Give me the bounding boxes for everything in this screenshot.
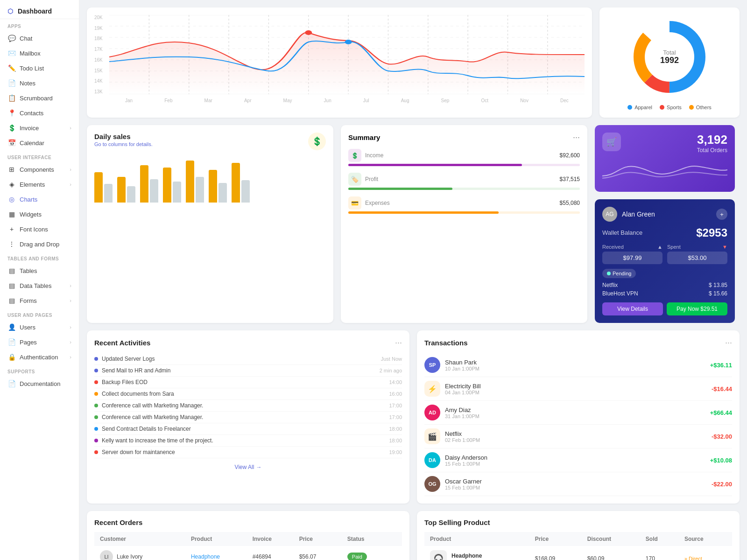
transactions-card: Transactions ··· SP Shaun Park 10 Jan 1:… xyxy=(417,330,740,504)
elements-icon: ◈ xyxy=(7,181,16,188)
forms-icon: ▤ xyxy=(7,297,16,304)
sidebar-item-label: Drag and Drop xyxy=(20,241,59,248)
orders-count-group: 3,192 Total Orders xyxy=(697,133,727,154)
sidebar-item-datatables[interactable]: ▤Data Tables› xyxy=(0,278,79,293)
summary-more-button[interactable]: ··· xyxy=(573,133,580,142)
tx-info: Amy Diaz 31 Jan 1:00PM xyxy=(445,406,479,419)
summary-expenses: 💳 Expenses $55,080 xyxy=(348,196,580,214)
tx-item-shaunpark: SP Shaun Park 10 Jan 1:00PM +$36.11 xyxy=(424,353,732,377)
top-selling-header-row: Product Price Discount Sold Source xyxy=(424,532,732,546)
activity-time: 16:00 xyxy=(389,391,402,397)
wallet-received-value[interactable]: $97.99 xyxy=(602,252,662,264)
activity-dot xyxy=(94,415,98,419)
orders-table-body: LILuke Ivory Headphone #46894 $56.07 Pai… xyxy=(94,546,402,560)
sidebar-item-forms[interactable]: ▤Forms› xyxy=(0,293,79,308)
activity-item: Collect documents from Sara 16:00 xyxy=(94,388,402,400)
sidebar-item-calendar[interactable]: 📅Calendar xyxy=(0,135,79,150)
bar-gold xyxy=(140,165,148,203)
product-link[interactable]: Headphone xyxy=(191,553,220,560)
wallet-plus-button[interactable]: + xyxy=(716,209,727,220)
orders-table: Customer Product Invoice Price Status LI… xyxy=(94,532,402,560)
right-cards: 🛒 3,192 Total Orders AG Alan Green + xyxy=(595,125,740,323)
sidebar-item-label: Todo List xyxy=(20,65,44,72)
svg-point-20 xyxy=(345,40,352,44)
daily-sales-title: Daily sales xyxy=(94,133,153,140)
tx-item-amydiaz: AD Amy Diaz 31 Jan 1:00PM +$66.44 xyxy=(424,401,732,425)
sidebar-item-auth[interactable]: 🔒Authentication› xyxy=(0,350,79,364)
y-label: 17K xyxy=(94,47,103,52)
col-product: Product xyxy=(424,532,529,546)
sidebar-item-label: Font Icons xyxy=(20,226,48,233)
sidebar-item-elements[interactable]: ◈Elements› xyxy=(0,177,79,192)
sidebar-item-users[interactable]: 👤Users› xyxy=(0,320,79,335)
sidebar-item-scrumboard[interactable]: 📋Scrumboard xyxy=(0,91,79,105)
bar-gold xyxy=(94,172,103,203)
activity-dot xyxy=(94,380,98,384)
sidebar-item-notes[interactable]: 📄Notes xyxy=(0,76,79,91)
expenses-label-group: 💳 Expenses xyxy=(348,196,390,210)
activity-dot xyxy=(94,404,98,407)
bar-group xyxy=(140,165,158,203)
orders-table-head: Customer Product Invoice Price Status xyxy=(94,532,402,546)
sidebar-item-label: Pages xyxy=(20,339,37,346)
y-axis: 20K 19K 18K 17K 16K 15K 14K 13K xyxy=(94,15,106,94)
bar-chart xyxy=(94,156,326,203)
tables-icon: ▤ xyxy=(7,267,16,274)
top-selling-header: Top Selling Product xyxy=(424,518,732,526)
daily-sales-subtitle: Go to columns for details. xyxy=(94,141,153,147)
tx-item-electricity: ⚡ Electricity Bill 04 Jan 1:00PM -$16.44 xyxy=(424,377,732,401)
tx-bluehost-amount: $ 15.66 xyxy=(709,290,727,297)
summary-header: Summary ··· xyxy=(348,133,580,142)
activities-more-button[interactable]: ··· xyxy=(395,338,402,348)
wallet-card: AG Alan Green + Wallet Balance $2953 Rec… xyxy=(595,199,735,323)
activity-time: 18:00 xyxy=(389,438,402,443)
wallet-tx-netflix: Netflix $ 13.85 xyxy=(602,282,727,288)
row-orders-products: Recent Orders Customer Product Invoice P… xyxy=(87,511,740,560)
view-details-button[interactable]: View Details xyxy=(602,302,663,315)
income-value: $92,600 xyxy=(560,152,580,159)
sidebar-item-components[interactable]: ⊞Components› xyxy=(0,162,79,177)
summary-profit: 🏷️ Profit $37,515 xyxy=(348,173,580,190)
mailbox-icon: ✉️ xyxy=(7,49,16,57)
income-icon: 💲 xyxy=(348,149,361,162)
sidebar-item-docs[interactable]: 📄Documentation xyxy=(0,376,79,391)
bar-gray xyxy=(104,184,113,203)
sidebar-item-charts[interactable]: ◎Charts xyxy=(0,192,79,207)
bar-gray xyxy=(218,183,227,203)
sidebar-item-chat[interactable]: 💬Chat xyxy=(0,31,79,46)
sidebar-item-mailbox[interactable]: ✉️Mailbox xyxy=(0,46,79,61)
wallet-spent-value[interactable]: $53.00 xyxy=(667,252,727,264)
tx-avatar: DA xyxy=(424,452,440,468)
transactions-more-button[interactable]: ··· xyxy=(725,338,732,348)
sidebar-item-pages[interactable]: 📄Pages› xyxy=(0,335,79,350)
sidebar-item-invoice[interactable]: 💲Invoice› xyxy=(0,120,79,135)
sidebar-item-fonticons[interactable]: +Font Icons xyxy=(0,222,79,237)
sidebar-item-widgets[interactable]: ▦Widgets xyxy=(0,207,79,222)
daily-sales-card: Daily sales Go to columns for details. 💲 xyxy=(87,125,333,323)
wallet-inputs: Received ▲ $97.99 Spent ▼ $53.00 xyxy=(602,244,727,264)
sidebar-item-tables[interactable]: ▤Tables xyxy=(0,263,79,278)
tx-amount: +$66.44 xyxy=(710,409,732,416)
view-all-link[interactable]: View All → xyxy=(94,464,402,470)
y-label: 15K xyxy=(94,68,103,73)
sidebar-item-contacts[interactable]: 📍Contacts xyxy=(0,105,79,120)
pay-now-button[interactable]: Pay Now $29.51 xyxy=(667,302,727,315)
tx-item-daisyanderson: DA Daisy Anderson 15 Feb 1:00PM +$10.08 xyxy=(424,448,732,472)
tx-bluehost-name: BlueHost VPN xyxy=(602,290,638,297)
transactions-header: Transactions ··· xyxy=(424,338,732,348)
wallet-pending-badge: Pending xyxy=(602,269,636,278)
invoice-icon: 💲 xyxy=(7,124,16,132)
wallet-username: Alan Green xyxy=(622,210,655,218)
top-selling-head: Product Price Discount Sold Source xyxy=(424,532,732,546)
logo: ⬡ xyxy=(7,7,13,15)
chevron-icon: › xyxy=(70,354,71,360)
sidebar-item-dragdrop[interactable]: ⋮Drag and Drop xyxy=(0,237,79,252)
sidebar-item-label: Authentication xyxy=(20,354,58,361)
orders-label: Total Orders xyxy=(697,147,727,154)
sidebar-item-label: Users xyxy=(20,324,35,331)
sidebar-item-todo[interactable]: ✏️Todo List xyxy=(0,61,79,76)
docs-icon: 📄 xyxy=(7,380,16,387)
sports-label: Sports xyxy=(667,105,682,110)
tx-date: 02 Feb 1:00PM xyxy=(445,437,480,443)
expenses-bar-fill xyxy=(348,211,499,214)
